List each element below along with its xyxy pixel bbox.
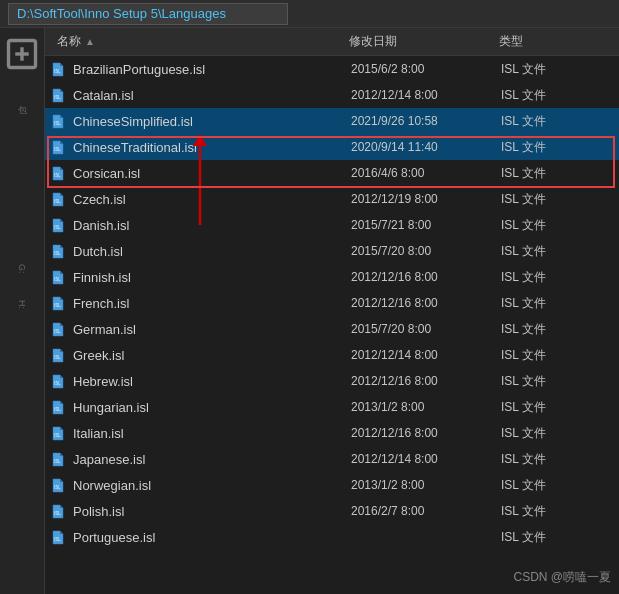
sort-arrow-icon: ▲ (85, 36, 95, 47)
file-date: 2013/1/2 8:00 (351, 400, 501, 414)
file-name: Italian.isl (73, 426, 351, 441)
sidebar: 包 G: H: (0, 28, 45, 594)
col-name-header: 名称 ▲ (49, 33, 349, 50)
file-date: 2012/12/14 8:00 (351, 348, 501, 362)
file-type: ISL 文件 (501, 191, 615, 208)
sidebar-label-h: H: (17, 300, 27, 309)
file-icon: ISL (49, 320, 67, 338)
file-date: 2012/12/14 8:00 (351, 88, 501, 102)
file-name: Czech.isl (73, 192, 351, 207)
file-name: Hungarian.isl (73, 400, 351, 415)
file-name: Norwegian.isl (73, 478, 351, 493)
table-row[interactable]: ISL Finnish.isl2012/12/16 8:00ISL 文件 (45, 264, 619, 290)
file-type: ISL 文件 (501, 451, 615, 468)
table-row[interactable]: ISL Hungarian.isl2013/1/2 8:00ISL 文件 (45, 394, 619, 420)
table-row[interactable]: ISL French.isl2012/12/16 8:00ISL 文件 (45, 290, 619, 316)
table-row[interactable]: ISL ChineseSimplified.isl2021/9/26 10:58… (45, 108, 619, 134)
file-type: ISL 文件 (501, 529, 615, 546)
file-date: 2015/7/21 8:00 (351, 218, 501, 232)
file-name: Danish.isl (73, 218, 351, 233)
file-icon: ISL (49, 424, 67, 442)
file-name: Catalan.isl (73, 88, 351, 103)
table-row[interactable]: ISL Corsican.isl2016/4/6 8:00ISL 文件 (45, 160, 619, 186)
file-name: Hebrew.isl (73, 374, 351, 389)
file-type: ISL 文件 (501, 87, 615, 104)
file-type: ISL 文件 (501, 243, 615, 260)
file-icon: ISL (49, 190, 67, 208)
file-type: ISL 文件 (501, 217, 615, 234)
file-icon: ISL (49, 138, 67, 156)
file-icon: ISL (49, 528, 67, 546)
file-type: ISL 文件 (501, 373, 615, 390)
col-date-header: 修改日期 (349, 33, 499, 50)
file-type: ISL 文件 (501, 399, 615, 416)
file-icon: ISL (49, 372, 67, 390)
file-date: 2012/12/16 8:00 (351, 270, 501, 284)
svg-text:ISL: ISL (54, 511, 61, 516)
file-date: 2012/12/16 8:00 (351, 296, 501, 310)
svg-text:ISL: ISL (54, 225, 61, 230)
file-date: 2015/7/20 8:00 (351, 322, 501, 336)
file-date: 2016/2/7 8:00 (351, 504, 501, 518)
svg-text:ISL: ISL (54, 147, 61, 152)
file-name: Finnish.isl (73, 270, 351, 285)
file-date: 2013/1/2 8:00 (351, 478, 501, 492)
svg-text:ISL: ISL (54, 95, 61, 100)
svg-text:ISL: ISL (54, 433, 61, 438)
table-row[interactable]: ISL Greek.isl2012/12/14 8:00ISL 文件 (45, 342, 619, 368)
file-icon: ISL (49, 60, 67, 78)
svg-text:ISL: ISL (54, 69, 61, 74)
svg-text:ISL: ISL (54, 355, 61, 360)
sidebar-item-1[interactable] (4, 36, 40, 72)
svg-text:ISL: ISL (54, 251, 61, 256)
file-list[interactable]: ISL BrazilianPortuguese.isl2015/6/2 8:00… (45, 56, 619, 594)
main-layout: 包 G: H: 名称 ▲ 修改日期 类型 ISL BrazilianPortug… (0, 28, 619, 594)
file-name: Portuguese.isl (73, 530, 351, 545)
file-name: BrazilianPortuguese.isl (73, 62, 351, 77)
file-icon: ISL (49, 398, 67, 416)
file-date: 2016/4/6 8:00 (351, 166, 501, 180)
address-bar: D:\SoftTool\Inno Setup 5\Languages (0, 0, 619, 28)
file-type: ISL 文件 (501, 425, 615, 442)
table-row[interactable]: ISL BrazilianPortuguese.isl2015/6/2 8:00… (45, 56, 619, 82)
table-row[interactable]: ISL Norwegian.isl2013/1/2 8:00ISL 文件 (45, 472, 619, 498)
file-date: 2021/9/26 10:58 (351, 114, 501, 128)
table-row[interactable]: ISL Danish.isl2015/7/21 8:00ISL 文件 (45, 212, 619, 238)
table-row[interactable]: ISL Portuguese.islISL 文件 (45, 524, 619, 550)
file-type: ISL 文件 (501, 503, 615, 520)
address-path[interactable]: D:\SoftTool\Inno Setup 5\Languages (8, 3, 288, 25)
file-date: 2015/7/20 8:00 (351, 244, 501, 258)
file-date: 2020/9/14 11:40 (351, 140, 501, 154)
file-type: ISL 文件 (501, 477, 615, 494)
file-date: 2015/6/2 8:00 (351, 62, 501, 76)
table-row[interactable]: ISL German.isl2015/7/20 8:00ISL 文件 (45, 316, 619, 342)
file-date: 2012/12/19 8:00 (351, 192, 501, 206)
table-row[interactable]: ISL Polish.isl2016/2/7 8:00ISL 文件 (45, 498, 619, 524)
table-row[interactable]: ISL Hebrew.isl2012/12/16 8:00ISL 文件 (45, 368, 619, 394)
sidebar-label-g: G: (17, 264, 27, 274)
file-icon: ISL (49, 164, 67, 182)
file-name: Greek.isl (73, 348, 351, 363)
svg-text:ISL: ISL (54, 381, 61, 386)
file-name: Corsican.isl (73, 166, 351, 181)
col-type-header: 类型 (499, 33, 615, 50)
file-icon: ISL (49, 294, 67, 312)
file-type: ISL 文件 (501, 295, 615, 312)
file-icon: ISL (49, 268, 67, 286)
table-row[interactable]: ISL Catalan.isl2012/12/14 8:00ISL 文件 (45, 82, 619, 108)
table-row[interactable]: ISL Czech.isl2012/12/19 8:00ISL 文件 (45, 186, 619, 212)
table-row[interactable]: ISL Italian.isl2012/12/16 8:00ISL 文件 (45, 420, 619, 446)
table-row[interactable]: ISL ChineseTraditional.isl2020/9/14 11:4… (45, 134, 619, 160)
file-type: ISL 文件 (501, 165, 615, 182)
file-type: ISL 文件 (501, 61, 615, 78)
svg-text:ISL: ISL (54, 121, 61, 126)
column-headers: 名称 ▲ 修改日期 类型 (45, 28, 619, 56)
file-icon: ISL (49, 502, 67, 520)
table-row[interactable]: ISL Japanese.isl2012/12/14 8:00ISL 文件 (45, 446, 619, 472)
file-type: ISL 文件 (501, 113, 615, 130)
file-date: 2012/12/16 8:00 (351, 426, 501, 440)
table-row[interactable]: ISL Dutch.isl2015/7/20 8:00ISL 文件 (45, 238, 619, 264)
file-type: ISL 文件 (501, 139, 615, 156)
file-name: ChineseTraditional.isl (73, 140, 351, 155)
svg-text:ISL: ISL (54, 199, 61, 204)
